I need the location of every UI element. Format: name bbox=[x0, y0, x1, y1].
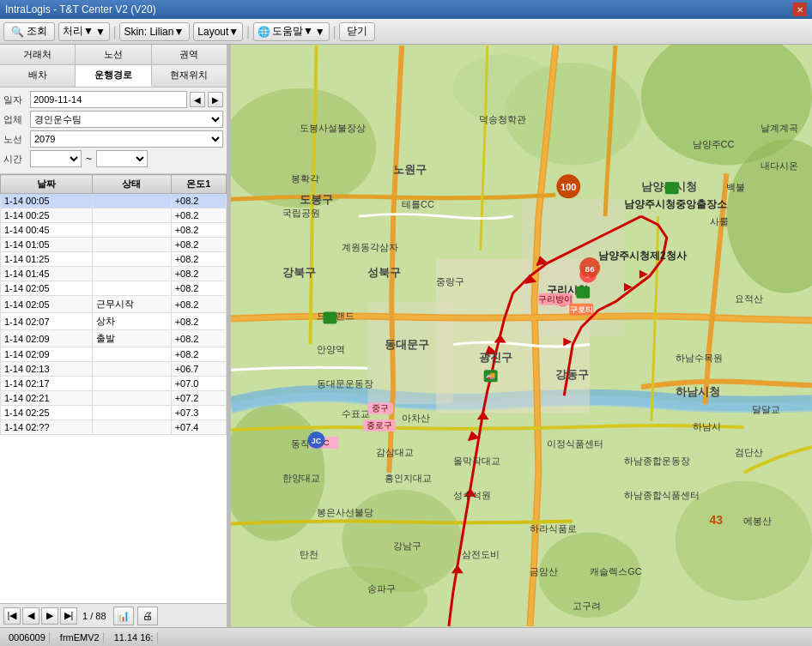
last-page-button[interactable]: ▶| bbox=[60, 607, 77, 625]
map-label-gyewondong: 계원동각삼자 bbox=[342, 242, 398, 252]
cell-temp: +07.2 bbox=[171, 391, 226, 406]
svg-rect-24 bbox=[576, 287, 590, 299]
cell-date: 1-14 00:45 bbox=[1, 223, 93, 238]
cell-status bbox=[92, 208, 171, 223]
help-icon: 🌐 bbox=[258, 26, 270, 38]
table-row[interactable]: 1-14 02:09 출발 +08.2 bbox=[1, 330, 227, 347]
map-svg: 도봉구 노원구 강북구 성북구 중랑구 동대문구 광진구 강동구 구리시청 남양… bbox=[231, 45, 812, 627]
time-from-select[interactable] bbox=[30, 150, 82, 167]
map-label-gangdonggu: 강동구 bbox=[555, 368, 589, 381]
cell-status bbox=[92, 347, 171, 362]
date-input[interactable] bbox=[30, 91, 187, 108]
table-row[interactable]: 1-14 02:05 근무시작 +08.2 bbox=[1, 296, 227, 313]
company-label: 업체 bbox=[3, 113, 27, 126]
cell-date: 1-14 02:17 bbox=[1, 377, 93, 391]
table-row[interactable]: 1-14 02:05 +08.2 bbox=[1, 281, 227, 296]
cell-status bbox=[92, 194, 171, 208]
print-button[interactable]: 🖨 bbox=[137, 607, 158, 625]
cell-status bbox=[92, 362, 171, 377]
prev-page-button[interactable]: ◀ bbox=[22, 607, 39, 625]
cell-temp: +08.2 bbox=[171, 252, 226, 267]
close-button[interactable]: 닫기 bbox=[339, 22, 375, 41]
map-label-bukhansan: 국립공원 bbox=[282, 208, 320, 218]
table-row[interactable]: 1-14 02:07 상차 +08.2 bbox=[1, 313, 227, 330]
map-marker-100: 100 bbox=[561, 182, 576, 192]
map-label-goguryeo: 고구려 bbox=[573, 601, 601, 611]
date-filter-row: 일자 ◀ ▶ bbox=[3, 91, 223, 108]
table-row[interactable]: 1-14 02:25 +07.3 bbox=[1, 406, 227, 420]
map-label-hanam2: 하남시 bbox=[693, 421, 721, 432]
cell-temp: +08.2 bbox=[171, 223, 226, 238]
tab-route[interactable]: 노선 bbox=[76, 45, 151, 64]
map-label-seongbukgu: 성북구 bbox=[367, 266, 401, 279]
time-separator: ~ bbox=[86, 153, 92, 165]
toolbar: 🔍 조회 처리▼ ▼ | Skin: Lilian▼ Layout▼ | 🌐 도… bbox=[0, 19, 812, 45]
cell-temp: +07.0 bbox=[171, 377, 226, 391]
cell-temp: +08.2 bbox=[171, 281, 226, 296]
map-label-bongwakgak: 봉확각 bbox=[291, 173, 319, 184]
cell-temp: +08.2 bbox=[171, 330, 226, 347]
process-button[interactable]: 처리▼ ▼ bbox=[58, 22, 110, 41]
date-next-button[interactable]: ▶ bbox=[208, 92, 223, 107]
cell-temp: +08.2 bbox=[171, 347, 226, 362]
company-select[interactable]: 경인운수팀 bbox=[30, 111, 223, 128]
map-label-jungnanggu: 중랑구 bbox=[436, 276, 464, 287]
map-label-gamsam: 감삼대교 bbox=[376, 447, 414, 457]
col-header-temp: 온도1 bbox=[171, 175, 226, 194]
map-label-namyangju-cc: 남양주CC bbox=[693, 139, 735, 149]
tab-driving-route[interactable]: 운행경로 bbox=[76, 65, 151, 87]
search-button[interactable]: 🔍 조회 bbox=[3, 22, 55, 41]
tab-dispatch[interactable]: 배차 bbox=[0, 65, 76, 87]
map-label-namyangju2: 남양주시청제2청사 bbox=[598, 250, 688, 262]
skin-button[interactable]: Skin: Lilian▼ bbox=[119, 22, 190, 41]
col-header-date: 날짜 bbox=[1, 175, 93, 194]
time-label: 시간 bbox=[3, 153, 27, 166]
cell-date: 1-14 02:09 bbox=[1, 347, 93, 362]
svg-text:JC: JC bbox=[312, 437, 322, 445]
first-page-button[interactable]: |◀ bbox=[3, 607, 21, 625]
map-label-daldal: 달달교 bbox=[752, 404, 780, 414]
table-row[interactable]: 1-14 02:17 +07.0 bbox=[1, 377, 227, 391]
cell-date: 1-14 01:05 bbox=[1, 238, 93, 252]
map-label-olmok: 올막작대교 bbox=[453, 456, 500, 466]
tab-row-1: 거래처 노선 권역 bbox=[0, 45, 227, 65]
table-row[interactable]: 1-14 02:21 +07.2 bbox=[1, 391, 227, 406]
map-label-hanam-sumo: 하남수목원 bbox=[676, 353, 723, 363]
tab-client[interactable]: 거래처 bbox=[0, 45, 76, 64]
col-header-status: 상태 bbox=[92, 175, 171, 194]
route-select[interactable]: 2079 bbox=[30, 130, 223, 148]
table-row[interactable]: 1-14 00:45 +08.2 bbox=[1, 223, 227, 238]
date-prev-button[interactable]: ◀ bbox=[190, 92, 205, 107]
help-button[interactable]: 🌐 도움말▼ ▼ bbox=[253, 22, 330, 41]
close-window-button[interactable]: ✕ bbox=[793, 3, 807, 16]
map-label-achasan: 아차산 bbox=[402, 413, 430, 423]
map-label-dobonggu: 도봉구 bbox=[300, 193, 333, 206]
table-row[interactable]: 1-14 02:13 +06.7 bbox=[1, 362, 227, 377]
print-icon: 🖨 bbox=[142, 610, 153, 622]
table-row[interactable]: 1-14 02:?? +07.4 bbox=[1, 420, 227, 435]
map-label-geumamsan: 금암산 bbox=[530, 566, 558, 577]
table-row[interactable]: 1-14 01:45 +08.2 bbox=[1, 267, 227, 281]
time-to-select[interactable] bbox=[96, 150, 148, 167]
cell-status bbox=[92, 267, 171, 281]
tab-region[interactable]: 권역 bbox=[152, 45, 227, 64]
map-area[interactable]: 도봉구 노원구 강북구 성북구 중랑구 동대문구 광진구 강동구 구리시청 남양… bbox=[231, 45, 812, 627]
table-row[interactable]: 1-14 01:05 +08.2 bbox=[1, 238, 227, 252]
cell-temp: +08.2 bbox=[171, 267, 226, 281]
map-label-bongeunsa: 봉은사선불당 bbox=[317, 507, 373, 517]
export-button[interactable]: 📊 bbox=[113, 607, 134, 625]
table-row[interactable]: 1-14 01:25 +08.2 bbox=[1, 252, 227, 267]
layout-button[interactable]: Layout▼ bbox=[193, 22, 243, 41]
cell-date: 1-14 02:07 bbox=[1, 313, 93, 330]
cell-date: 1-14 01:25 bbox=[1, 252, 93, 267]
table-row[interactable]: 1-14 00:05 +08.2 bbox=[1, 194, 227, 208]
table-row[interactable]: 1-14 02:09 +08.2 bbox=[1, 347, 227, 362]
cell-date: 1-14 02:21 bbox=[1, 391, 93, 406]
table-row[interactable]: 1-14 00:25 +08.2 bbox=[1, 208, 227, 223]
next-page-button[interactable]: ▶ bbox=[41, 607, 58, 625]
map-label-naedasion: 내다시온 bbox=[760, 160, 798, 171]
cell-date: 1-14 02:25 bbox=[1, 406, 93, 420]
tab-current-location[interactable]: 현재위치 bbox=[152, 65, 227, 87]
cell-date: 1-14 02:09 bbox=[1, 330, 93, 347]
map-icon-truck1: 🚚 bbox=[486, 371, 496, 381]
